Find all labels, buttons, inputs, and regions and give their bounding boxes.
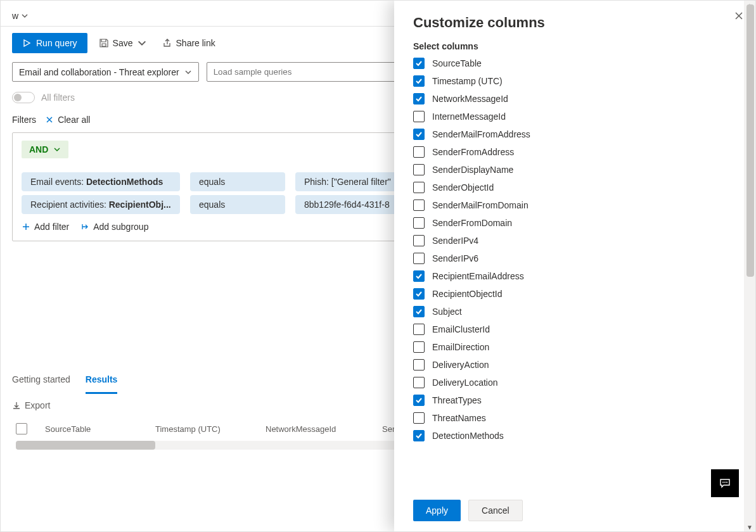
checkbox[interactable]: [413, 341, 425, 353]
tab-getting-started[interactable]: Getting started: [12, 368, 70, 394]
column-checkbox-row[interactable]: DeliveryLocation: [413, 377, 736, 388]
checkmark-icon: [415, 95, 423, 103]
column-checkbox-row[interactable]: SenderMailFromDomain: [413, 200, 736, 211]
checkmark-icon: [415, 272, 423, 280]
column-header-timestamp[interactable]: Timestamp (UTC): [155, 424, 250, 434]
close-panel-button[interactable]: [734, 11, 744, 23]
save-button[interactable]: Save: [95, 35, 151, 51]
column-checkbox-row[interactable]: SenderDisplayName: [413, 164, 736, 175]
add-subgroup-button[interactable]: Add subgroup: [80, 222, 148, 232]
column-checkbox-row[interactable]: DetectionMethods: [413, 430, 736, 441]
column-checkbox-row[interactable]: SenderFromAddress: [413, 146, 736, 158]
schema-dropdown-label: Email and collaboration - Threat explore…: [19, 67, 179, 77]
filter-value: 8bb129fe-f6d4-431f-8: [304, 200, 390, 210]
filter-field: RecipientObj...: [109, 200, 171, 210]
schema-dropdown[interactable]: Email and collaboration - Threat explore…: [12, 62, 199, 82]
checkbox[interactable]: [413, 359, 425, 370]
column-checkbox-row[interactable]: SenderIPv4: [413, 235, 736, 246]
column-checkbox-row[interactable]: RecipientEmailAddress: [413, 270, 736, 282]
save-icon: [99, 38, 109, 48]
column-label: EmailClusterId: [432, 324, 490, 334]
chevron-down-icon[interactable]: [21, 12, 29, 20]
column-label: Subject: [432, 307, 462, 317]
checkbox[interactable]: [413, 75, 425, 87]
checkbox[interactable]: [413, 430, 425, 441]
column-label: EmailDirection: [432, 342, 489, 352]
scroll-down-arrow[interactable]: ▼: [746, 524, 753, 530]
checkbox[interactable]: [413, 200, 425, 211]
column-checkbox-row[interactable]: Subject: [413, 306, 736, 317]
column-checkbox-row[interactable]: ThreatNames: [413, 412, 736, 424]
column-checkbox-row[interactable]: InternetMessageId: [413, 111, 736, 122]
select-all-checkbox[interactable]: [16, 423, 27, 434]
checkmark-icon: [415, 432, 423, 440]
tab-results[interactable]: Results: [86, 368, 118, 394]
checkbox[interactable]: [413, 111, 425, 122]
clear-all-button[interactable]: Clear all: [45, 115, 90, 125]
checkbox[interactable]: [413, 412, 425, 424]
export-label: Export: [25, 400, 50, 410]
checkbox[interactable]: [413, 164, 425, 175]
add-filter-button[interactable]: Add filter: [22, 222, 69, 232]
panel-title: Customize columns: [413, 15, 736, 31]
column-checkbox-row[interactable]: SenderIPv6: [413, 253, 736, 264]
column-checkbox-row[interactable]: SourceTable: [413, 58, 736, 69]
run-query-button[interactable]: Run query: [12, 33, 87, 53]
checkbox[interactable]: [413, 129, 425, 140]
close-icon: [734, 11, 744, 21]
checkbox[interactable]: [413, 324, 425, 335]
filter-op-pill[interactable]: equals: [190, 172, 285, 191]
customize-columns-panel: Customize columns Select columns SourceT…: [394, 1, 755, 531]
column-checkbox-row[interactable]: ThreatTypes: [413, 395, 736, 406]
filter-field-pill[interactable]: Recipient activities: RecipientObj...: [22, 195, 180, 214]
checkbox[interactable]: [413, 306, 425, 317]
column-label: RecipientObjectId: [432, 289, 503, 299]
column-label: DeliveryLocation: [432, 377, 498, 388]
checkbox[interactable]: [413, 288, 425, 300]
panel-footer: Apply Cancel: [413, 488, 736, 521]
column-label: SenderDisplayName: [432, 165, 513, 175]
filters-label: Filters: [12, 115, 36, 125]
filter-value: Phish: ["General filter": [304, 177, 391, 187]
column-checkbox-row[interactable]: SenderObjectId: [413, 182, 736, 193]
column-checkbox-row[interactable]: EmailClusterId: [413, 324, 736, 335]
column-header-sourcetable[interactable]: SourceTable: [45, 424, 140, 434]
checkbox[interactable]: [413, 146, 425, 158]
subgroup-icon: [80, 222, 89, 231]
all-filters-toggle[interactable]: [12, 92, 35, 103]
column-checkbox-row[interactable]: RecipientObjectId: [413, 288, 736, 300]
checkbox[interactable]: [413, 217, 425, 229]
checkbox[interactable]: [413, 182, 425, 193]
column-checkbox-row[interactable]: EmailDirection: [413, 341, 736, 353]
filter-field-pill[interactable]: Email events: DetectionMethods: [22, 172, 180, 191]
vertical-scrollbar[interactable]: ▲ ▼: [744, 1, 755, 531]
share-link-button[interactable]: Share link: [158, 35, 219, 51]
export-button[interactable]: Export: [12, 400, 50, 410]
filter-category: Email events: [30, 177, 81, 187]
column-label: SourceTable: [432, 58, 482, 68]
column-checkbox-row[interactable]: SenderMailFromAddress: [413, 129, 736, 140]
column-checkbox-row[interactable]: NetworkMessageId: [413, 93, 736, 104]
column-checkbox-row[interactable]: DeliveryAction: [413, 359, 736, 370]
checkbox[interactable]: [413, 377, 425, 388]
column-checkbox-row[interactable]: SenderFromDomain: [413, 217, 736, 229]
checkbox[interactable]: [413, 270, 425, 282]
checkmark-icon: [415, 60, 423, 67]
feedback-fab[interactable]: [711, 469, 739, 497]
column-header-networkmessageid[interactable]: NetworkMessageId: [266, 424, 367, 434]
filter-op-pill[interactable]: equals: [190, 195, 285, 214]
and-operator-chip[interactable]: AND: [22, 141, 68, 158]
checkbox[interactable]: [413, 58, 425, 69]
checkbox[interactable]: [413, 253, 425, 264]
apply-button[interactable]: Apply: [413, 500, 461, 521]
checkbox[interactable]: [413, 395, 425, 406]
checkbox[interactable]: [413, 93, 425, 104]
chevron-down-icon: [137, 38, 147, 48]
scrollbar-thumb[interactable]: [746, 4, 754, 277]
column-checkbox-row[interactable]: Timestamp (UTC): [413, 75, 736, 87]
cancel-button[interactable]: Cancel: [468, 500, 523, 521]
share-link-label: Share link: [176, 38, 215, 48]
column-label: SenderFromDomain: [432, 218, 512, 228]
checkbox[interactable]: [413, 235, 425, 246]
column-label: SenderIPv4: [432, 236, 478, 246]
